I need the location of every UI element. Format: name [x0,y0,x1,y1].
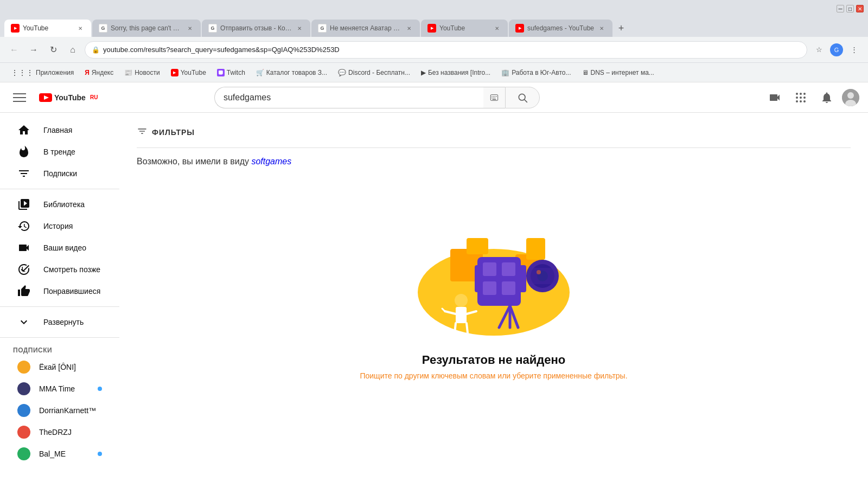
sidebar-item-trending[interactable]: В тренде [4,141,115,163]
svg-point-22 [803,97,806,99]
yt-keyboard-button[interactable] [483,87,505,108]
yt-menu-button[interactable] [9,87,30,108]
tab-sufedgames[interactable]: sufedgames - YouTube ✕ [509,20,612,37]
sub-avatar-1 [17,361,30,374]
svg-rect-7 [492,96,492,97]
sidebar-label-library: Библиотека [43,200,85,209]
sidebar-item-watch-later[interactable]: Смотреть позже [4,259,115,280]
window-controls: ─ □ ✕ [837,5,864,12]
tab-title-youtube-2: YouTube [439,24,489,32]
yt-apps-button[interactable] [790,87,812,108]
tab-favicon-youtube-2 [427,24,436,33]
browser-window: ─ □ ✕ YouTube ✕ G Sorry, this page can't… [0,0,868,82]
bookmark-twitch[interactable]: Twitch [213,67,250,79]
no-results-title: Результатов не найдено [422,353,565,367]
url-bar[interactable]: 🔒 youtube.com/results?search_query=sufed… [85,41,807,59]
sub-name-3: DorrianKarnett™ [39,406,102,415]
tab-youtube-1[interactable]: YouTube ✕ [4,20,91,37]
sidebar-label-subscriptions: Подписки [43,169,77,178]
library-icon [17,198,30,211]
yt-avatar[interactable] [842,89,859,106]
yt-search-input[interactable] [214,87,483,108]
svg-point-19 [803,93,806,95]
bookmark-yandex[interactable]: Я Яндекс [80,67,118,79]
tab-favicon-sufedgames [515,24,524,33]
subscription-item-2[interactable]: MMA Time [4,378,115,400]
subscription-item-1[interactable]: Ёкай [ÔNI] [4,356,115,378]
sidebar-label-trending: В тренде [43,147,75,156]
bookmark-dns[interactable]: 🖥 DNS – интернет ма... [578,67,659,79]
sidebar-item-history[interactable]: История [4,215,115,237]
tab-favicon-google-1: G [99,24,107,33]
svg-point-24 [800,100,802,102]
sub-avatar-3 [17,404,30,417]
bookmark-video[interactable]: ▶ Без названия [Intro... [417,67,495,79]
tab-close-youtube-1[interactable]: ✕ [76,24,85,33]
sidebar-item-home[interactable]: Главная [4,119,115,141]
bookmark-star-button[interactable]: ☆ [812,42,827,57]
sidebar-item-expand[interactable]: Развернуть [4,311,115,333]
lock-icon: 🔒 [92,46,100,54]
sidebar-item-subscriptions[interactable]: Подписки [4,163,115,184]
tab-close-google-1[interactable]: ✕ [186,24,194,33]
yt-upload-button[interactable] [764,87,786,108]
tab-google-2[interactable]: G Отправить отзыв - Компьютер... ✕ [202,20,310,37]
bookmark-apps[interactable]: ⋮⋮⋮ Приложения [7,66,78,79]
new-tab-button[interactable]: + [614,21,629,36]
tab-close-sufedgames[interactable]: ✕ [597,24,606,33]
maximize-button[interactable]: □ [846,5,854,12]
sidebar-label-liked: Понравившиеся [43,287,100,296]
tab-youtube-2[interactable]: YouTube ✕ [421,20,508,37]
sub-avatar-2 [17,382,30,395]
tab-google-1[interactable]: G Sorry, this page can't be found... ✕ [92,20,201,37]
tab-close-google-3[interactable]: ✕ [405,24,413,33]
bookmark-discord[interactable]: 💬 Discord - Бесплатн... [334,67,414,79]
svg-rect-38 [502,262,515,276]
svg-rect-39 [483,281,496,295]
suggestion-link[interactable]: softgames [251,157,291,166]
svg-point-27 [847,92,854,99]
thumb-up-icon [17,285,30,298]
subscription-item-4[interactable]: TheDRZJ [4,421,115,443]
sidebar-label-home: Главная [43,126,72,134]
back-button[interactable]: ← [7,42,22,57]
yt-main: Главная В тренде П [0,113,868,488]
svg-rect-0 [13,93,26,94]
profile-button[interactable]: G [829,42,844,57]
svg-rect-10 [496,96,496,97]
svg-point-49 [455,294,468,307]
subscription-item-5[interactable]: Bal_ME [4,443,115,465]
sidebar-item-your-videos[interactable]: Ваши видео [4,237,115,259]
bookmark-work[interactable]: 🏢 Работа в Юг-Авто... [497,67,575,79]
svg-rect-40 [502,281,515,295]
subscription-item-3[interactable]: DorrianKarnett™ [4,400,115,421]
sidebar-item-library[interactable]: Библиотека [4,194,115,215]
close-button[interactable]: ✕ [856,5,864,12]
yt-search-button[interactable] [505,87,540,108]
svg-rect-13 [495,98,495,98]
svg-rect-1 [13,97,26,98]
bookmark-catalog[interactable]: 🛒 Каталог товаров З... [252,67,331,79]
yt-notifications-button[interactable] [816,87,838,108]
yt-search-form [214,87,540,108]
menu-button[interactable]: ⋮ [846,42,861,57]
svg-text:YouTube: YouTube [54,93,86,102]
bookmark-youtube[interactable]: YouTube [167,67,210,79]
youtube-header: YouTube RU [0,82,868,113]
tab-close-google-2[interactable]: ✕ [295,24,304,33]
fire-icon [17,145,30,158]
home-button[interactable]: ⌂ [65,42,80,57]
bookmark-news[interactable]: 📰 Новости [120,67,164,79]
sidebar-item-liked[interactable]: Понравившиеся [4,280,115,302]
forward-button[interactable]: → [26,42,41,57]
yt-country-code: RU [90,94,98,100]
clock-icon [17,263,30,276]
svg-rect-11 [492,98,492,98]
refresh-button[interactable]: ↻ [46,42,61,57]
address-bar: ← → ↻ ⌂ 🔒 youtube.com/results?search_que… [0,37,868,63]
tab-google-3[interactable]: G Не меняется Аватар (иконка... ✕ [311,20,420,37]
no-results-container: Результатов не найдено Поищите по другим… [137,184,851,402]
minimize-button[interactable]: ─ [837,5,844,12]
tab-close-youtube-2[interactable]: ✕ [493,24,501,33]
youtube-logo[interactable]: YouTube RU [39,92,98,103]
